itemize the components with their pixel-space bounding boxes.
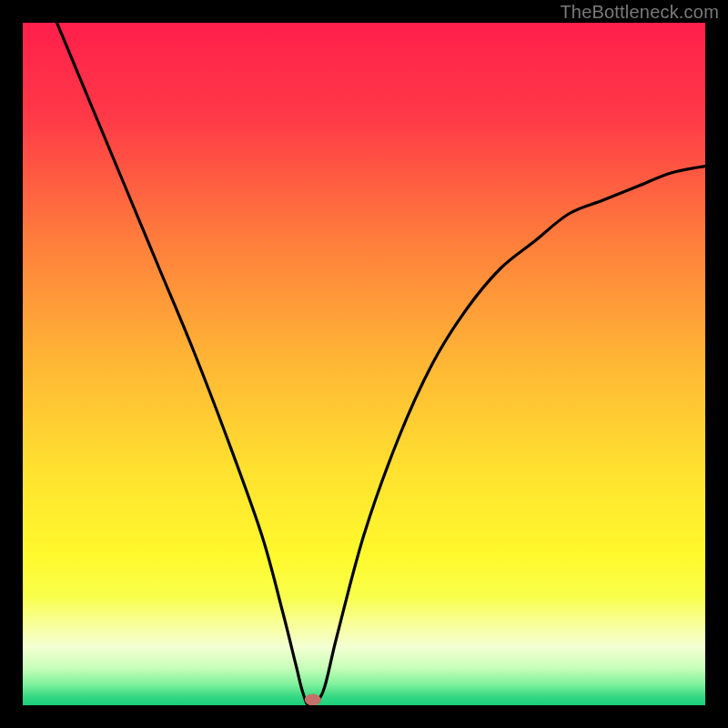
plot-area <box>23 23 705 705</box>
chart-frame: TheBottleneck.com <box>0 0 728 728</box>
optimum-marker <box>305 694 321 706</box>
plot-svg <box>23 23 705 705</box>
gradient-background <box>23 23 705 705</box>
watermark-text: TheBottleneck.com <box>560 2 719 23</box>
